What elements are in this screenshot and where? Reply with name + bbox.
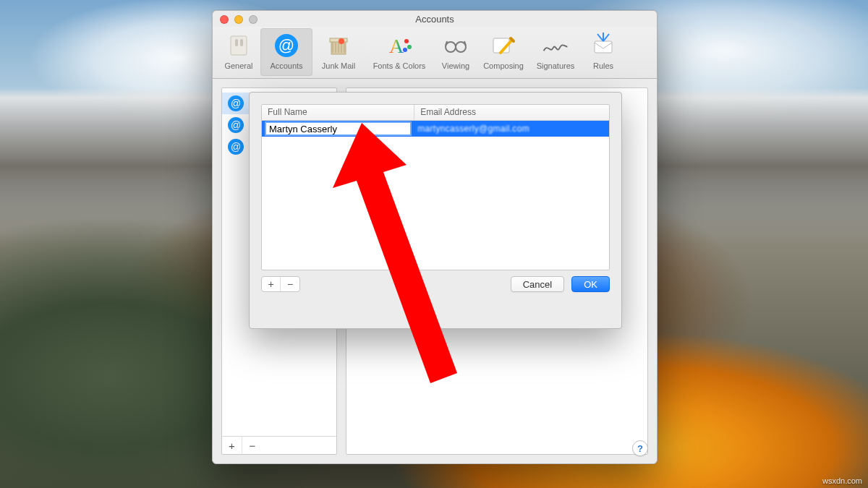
minimize-icon[interactable] <box>234 15 243 24</box>
titlebar[interactable]: Accounts <box>213 11 657 27</box>
svg-point-7 <box>339 38 344 44</box>
svg-point-13 <box>456 42 466 52</box>
desktop-background: Accounts General @ Accounts Junk Mai <box>0 0 868 488</box>
add-alias-button[interactable]: + <box>262 277 281 291</box>
accounts-window: Accounts General @ Accounts Junk Mai <box>212 10 658 464</box>
svg-point-12 <box>446 42 456 52</box>
column-full-name[interactable]: Full Name <box>262 105 414 120</box>
close-icon[interactable] <box>220 15 229 24</box>
zoom-icon[interactable] <box>249 15 258 24</box>
tab-label: Junk Mail <box>312 61 365 70</box>
table-row[interactable]: martyncasserly@gmail.com <box>262 121 609 137</box>
remove-account-button[interactable]: − <box>242 437 263 454</box>
svg-text:A: A <box>389 35 404 57</box>
tab-signatures[interactable]: Signatures <box>529 28 582 76</box>
full-name-input[interactable] <box>265 121 412 136</box>
trash-bin-icon <box>324 31 353 60</box>
svg-rect-0 <box>231 36 247 55</box>
rules-icon <box>589 31 618 60</box>
tab-fonts-colors[interactable]: A Fonts & Colors <box>365 28 434 76</box>
tab-label: Viewing <box>434 61 477 70</box>
cell-full-name[interactable] <box>262 121 414 137</box>
svg-rect-1 <box>235 39 238 46</box>
tab-composing[interactable]: Composing <box>477 28 529 76</box>
account-badge-icon: @ <box>228 139 244 155</box>
svg-rect-6 <box>330 38 347 42</box>
tab-viewing[interactable]: Viewing <box>434 28 477 76</box>
svg-point-10 <box>407 45 412 49</box>
tab-label: Signatures <box>529 61 582 70</box>
svg-text:@: @ <box>278 36 294 54</box>
email-value-blurred: martyncasserly@gmail.com <box>417 124 529 134</box>
svg-rect-2 <box>240 39 243 46</box>
at-sign-icon: @ <box>272 31 301 60</box>
tab-accounts[interactable]: @ Accounts <box>260 28 312 76</box>
email-aliases-sheet: Full Name Email Address martyncasserly@g… <box>249 92 622 329</box>
aliases-table: Full Name Email Address martyncasserly@g… <box>261 104 610 270</box>
add-remove-group: + − <box>261 276 300 292</box>
cancel-button[interactable]: Cancel <box>511 276 564 292</box>
tab-rules[interactable]: Rules <box>582 28 625 76</box>
preferences-toolbar: General @ Accounts Junk Mail A <box>213 27 657 79</box>
ok-button[interactable]: OK <box>571 276 610 292</box>
font-icon: A <box>385 31 414 60</box>
sidebar-footer: + − <box>222 436 336 454</box>
tab-label: Composing <box>477 61 529 70</box>
switch-icon <box>224 31 253 60</box>
sheet-controls: + − Cancel OK <box>261 276 610 292</box>
svg-point-9 <box>404 39 409 43</box>
svg-point-11 <box>403 48 407 52</box>
add-account-button[interactable]: + <box>222 437 242 454</box>
tab-label: Fonts & Colors <box>365 61 434 70</box>
window-traffic-lights <box>220 15 258 24</box>
tab-label: Accounts <box>260 61 312 70</box>
svg-rect-15 <box>595 41 612 53</box>
glasses-icon <box>441 31 470 60</box>
window-title: Accounts <box>415 14 454 25</box>
help-button[interactable]: ? <box>632 440 648 456</box>
account-badge-icon: @ <box>228 117 244 133</box>
account-badge-icon: @ <box>228 95 244 111</box>
compose-icon <box>489 31 518 60</box>
table-header: Full Name Email Address <box>262 105 609 121</box>
tab-label: General <box>217 61 260 70</box>
tab-junk-mail[interactable]: Junk Mail <box>312 28 365 76</box>
signature-icon <box>541 31 570 60</box>
tab-general[interactable]: General <box>217 28 260 76</box>
column-email-address[interactable]: Email Address <box>414 105 609 120</box>
remove-alias-button[interactable]: − <box>281 277 299 291</box>
cell-email[interactable]: martyncasserly@gmail.com <box>414 121 609 137</box>
tab-label: Rules <box>582 61 625 70</box>
watermark: wsxdn.com <box>822 476 862 485</box>
